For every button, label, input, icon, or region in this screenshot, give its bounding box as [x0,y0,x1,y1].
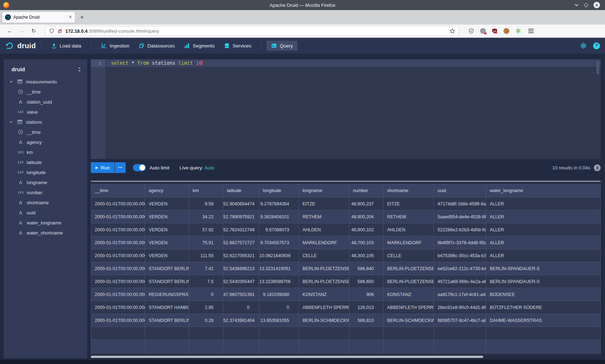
editor-code-area[interactable]: select * from stations limit 10 [105,59,601,159]
schema-name: druid [12,66,25,72]
sidebar-column-measurements-station-uuid[interactable]: Astation_uuid [4,97,87,107]
column-header-uuid[interactable]: uuid [434,184,486,197]
settings-gear-icon[interactable] [580,42,587,49]
extension-cookie-icon[interactable] [503,28,509,34]
sidebar-column-stations-shortname[interactable]: Ashortname [4,197,87,208]
cell-km [189,353,223,355]
cell-longitude [259,327,299,340]
column-header-water-longname[interactable]: water_longname [486,184,601,197]
cell--time: 2000-01-01T00:00:00.000Z [91,197,145,210]
run-button[interactable]: ▶ Run [91,162,115,173]
back-button[interactable]: ← [4,28,16,34]
column-header--time[interactable]: __time [91,184,145,197]
horizontal-scrollbar-thumb[interactable] [91,356,483,358]
column-header-number[interactable]: number [349,184,384,197]
column-name: agency [27,140,42,145]
nav-item-datasources[interactable]: Datasources [134,41,179,51]
cell-shortname: ABBENFLETH SPERRWER [384,301,434,314]
reload-button[interactable]: ↻ [28,28,39,34]
extension-shield-icon[interactable] [469,28,474,34]
cell--time [91,353,145,355]
bookmark-star-icon[interactable] [449,28,455,34]
extension-colorful-asterisk-icon[interactable] [515,28,521,34]
live-query-value[interactable]: Auto [205,165,215,170]
window-minimize-icon[interactable] [574,4,579,6]
url-host: 172.18.0.4 [66,28,88,34]
cell-uuid: 8b4f9f7c-3376-4dd8-95c [434,236,486,249]
column-header-shortname[interactable]: shortname [384,184,434,197]
cell-km: 0 [189,288,223,301]
column-name: km [27,150,33,155]
page-bottom-edge [0,360,605,364]
column-header-longitude[interactable]: longitude [259,184,299,197]
schema-sort-icon[interactable] [77,67,81,72]
sidebar-column-stations-latitude[interactable]: 123latitude [4,157,87,167]
cell-latitude: 47.6607501391 [223,288,259,301]
auto-limit-toggle[interactable] [133,164,146,171]
window-maximize-icon[interactable] [584,3,588,8]
run-more-button[interactable]: ••• [115,162,126,173]
nav-item-label: Services [233,43,251,49]
insecure-lock-icon[interactable] [57,28,63,34]
cell-water-longname: BERLIN-SPANDAUER-S [486,262,601,275]
column-name: number [27,190,42,195]
browser-tab[interactable]: Apache Druid ✕ [2,12,75,23]
sidebar-column-stations-agency[interactable]: Aagency [4,137,87,147]
cell-longname [299,327,349,340]
sidebar-column-stations-water-longname[interactable]: Awater_longname [4,218,87,228]
sidebar-column-stations-water-shortname[interactable]: Awater_shortname [4,228,87,238]
tracking-protection-shield-icon[interactable] [49,28,54,34]
download-icon[interactable] [594,164,601,171]
cell-number: 586,640 [349,262,384,275]
url-bar[interactable]: 172.18.0.4:30899/unified-console.html#qu… [45,26,459,36]
column-header-agency[interactable]: agency [145,184,189,197]
cell-agency: STANDORT HAMBURG [145,301,189,314]
table-row: 2000-01-01T00:00:00.000ZVERDEN111.5552.6… [91,249,601,262]
nav-item-ingestion[interactable]: Ingestion [97,41,134,51]
sidebar-column-measurements-value[interactable]: 123value [4,107,87,117]
sidebar-column-stations--time[interactable]: __time [4,127,87,137]
druid-brand[interactable]: druid [5,41,36,50]
services-icon [224,43,230,49]
extension-privacy-mask-icon[interactable] [480,28,486,34]
query-editor[interactable]: 1 select * from stations limit 10 [91,59,601,159]
extension-ublock-icon[interactable] [492,28,497,34]
panel-splitter[interactable] [91,181,601,182]
chevron-down-icon[interactable] [9,120,14,124]
sidebar-table-stations[interactable]: stations [4,117,87,127]
column-name: value [27,109,38,115]
sidebar-column-measurements--time[interactable]: __time [4,87,87,97]
sidebar-table-measurements[interactable]: measurements [4,77,87,87]
sidebar-column-stations-number[interactable]: 123number [4,187,87,197]
column-name: water_shortname [27,230,63,236]
cell-uuid: 28ec91e8-90c0-44d1-8f0 [434,301,486,314]
column-header-latitude[interactable]: latitude [223,184,259,197]
query-view: 1 select * from stations limit 10 ▶ Run … [91,59,601,360]
sidebar-column-stations-longitude[interactable]: 123longitude [4,167,87,177]
chevron-down-icon[interactable] [9,80,14,83]
cell-km: 34.22 [189,210,223,223]
new-tab-button[interactable]: + [80,14,84,21]
string-icon: A [17,99,24,105]
menu-hamburger-icon[interactable] [528,29,534,33]
nav-item-load-data[interactable]: Load data [46,41,86,51]
nav-item-query[interactable]: Query [266,41,298,51]
nav-item-segments[interactable]: Segments [179,41,219,51]
column-header-km[interactable]: km [189,184,223,197]
horizontal-scrollbar[interactable] [91,356,601,358]
column-name: longitude [27,170,46,175]
sql-token-number: 10 [196,60,202,66]
window-close-icon[interactable]: ✕ [593,2,600,8]
column-header-longname[interactable]: longname [299,184,349,197]
help-icon[interactable]: ? [593,42,600,49]
query-icon [271,43,277,49]
forward-button[interactable]: → [16,28,28,34]
editor-scrollbar-thumb[interactable] [596,61,599,74]
sidebar-column-stations-uuid[interactable]: Auuid [4,208,87,218]
tab-close-icon[interactable]: ✕ [69,15,72,19]
cell-water-longname: ALLER [486,223,601,236]
sidebar-column-stations-km[interactable]: 123km [4,147,87,157]
nav-item-services[interactable]: Services [219,41,256,51]
url-text[interactable]: 172.18.0.4:30899/unified-console.html#qu… [66,28,447,34]
sidebar-column-stations-longname[interactable]: Alongname [4,177,87,187]
